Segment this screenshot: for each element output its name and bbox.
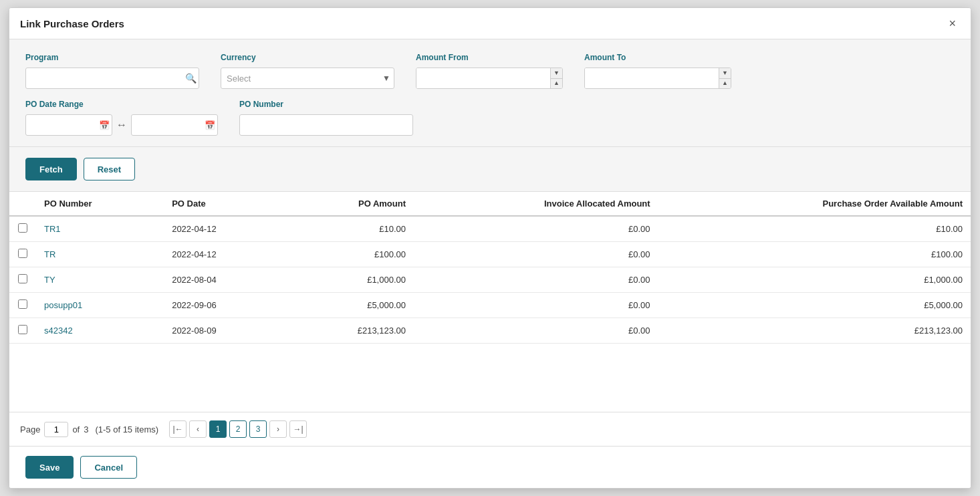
table-body: TR1 2022-04-12 £10.00 £0.00 £10.00 TR 20… xyxy=(9,216,971,344)
row-invoice-allocated-3: £0.00 xyxy=(414,293,658,318)
col-header-po-date: PO Date xyxy=(164,192,285,216)
row-checkbox-cell-3 xyxy=(9,293,36,318)
amount-to-label: Amount To xyxy=(584,53,731,62)
row-po-date-4: 2022-08-09 xyxy=(164,318,285,344)
row-available-amount-2: £1,000.00 xyxy=(658,267,971,293)
cancel-button[interactable]: Cancel xyxy=(80,456,137,479)
date-to-calendar-icon[interactable]: 📅 xyxy=(205,120,215,130)
last-page-btn[interactable]: →| xyxy=(289,420,307,438)
row-po-amount-1: £100.00 xyxy=(285,242,414,267)
save-button[interactable]: Save xyxy=(25,456,74,479)
row-po-number-3: posupp01 xyxy=(36,293,164,318)
row-available-amount-0: £10.00 xyxy=(658,216,971,242)
row-checkbox-1[interactable] xyxy=(18,249,27,258)
row-checkbox-cell-1 xyxy=(9,242,36,267)
row-invoice-allocated-1: £0.00 xyxy=(414,242,658,267)
row-invoice-allocated-2: £0.00 xyxy=(414,267,658,293)
row-checkbox-2[interactable] xyxy=(18,274,27,283)
row-available-amount-1: £100.00 xyxy=(658,242,971,267)
row-po-date-2: 2022-08-04 xyxy=(164,267,285,293)
col-header-checkbox xyxy=(9,192,36,216)
row-po-date-1: 2022-04-12 xyxy=(164,242,285,267)
amount-from-down-btn[interactable]: ▼ xyxy=(551,68,562,78)
po-date-range-field-group: PO Date Range 📅 ↔ 📅 xyxy=(25,100,218,136)
row-po-number-1: TR xyxy=(36,242,164,267)
row-available-amount-4: £213,123.00 xyxy=(658,318,971,344)
table-row: posupp01 2022-09-06 £5,000.00 £0.00 £5,0… xyxy=(9,293,971,318)
amount-from-spinner: ▼ ▲ xyxy=(416,68,563,89)
amount-to-down-btn[interactable]: ▼ xyxy=(719,68,731,78)
link-purchase-orders-dialog: Link Purchase Orders × Program 🔍 Currenc… xyxy=(9,7,971,489)
date-from-wrap: 📅 xyxy=(25,114,112,136)
row-po-amount-4: £213,123.00 xyxy=(285,318,414,344)
row-invoice-allocated-0: £0.00 xyxy=(414,216,658,242)
po-number-input[interactable] xyxy=(239,114,413,136)
fetch-button[interactable]: Fetch xyxy=(25,158,77,180)
row-po-number-0: TR1 xyxy=(36,216,164,242)
page-1-btn[interactable]: 1 xyxy=(209,420,227,438)
amount-from-up-btn[interactable]: ▲ xyxy=(551,78,562,89)
table-row: TY 2022-08-04 £1,000.00 £0.00 £1,000.00 xyxy=(9,267,971,293)
program-input-wrapper: 🔍 xyxy=(25,68,199,89)
date-from-calendar-icon[interactable]: 📅 xyxy=(99,120,110,130)
prev-page-btn[interactable]: ‹ xyxy=(189,420,207,438)
row-invoice-allocated-4: £0.00 xyxy=(414,318,658,344)
amount-to-spinner: ▼ ▲ xyxy=(584,68,731,89)
page-label: Page xyxy=(20,424,40,435)
amount-to-spinner-btns: ▼ ▲ xyxy=(719,68,731,88)
program-search-icon[interactable]: 🔍 xyxy=(185,73,197,84)
next-page-btn[interactable]: › xyxy=(269,420,287,438)
program-field-group: Program 🔍 xyxy=(25,53,199,89)
dialog-footer: Save Cancel xyxy=(9,446,971,488)
col-header-available-amount: Purchase Order Available Amount xyxy=(658,192,971,216)
action-button-row: Fetch Reset xyxy=(9,147,971,192)
close-button[interactable]: × xyxy=(945,16,960,31)
po-number-label: PO Number xyxy=(239,100,413,109)
pagination-summary: (1-5 of 15 items) xyxy=(95,424,158,435)
amount-to-up-btn[interactable]: ▲ xyxy=(719,78,731,89)
table-row: TR 2022-04-12 £100.00 £0.00 £100.00 xyxy=(9,242,971,267)
amount-to-field-group: Amount To ▼ ▲ xyxy=(584,53,731,89)
row-checkbox-cell-2 xyxy=(9,267,36,293)
amount-from-field-group: Amount From ▼ ▲ xyxy=(416,53,563,89)
amount-to-input[interactable] xyxy=(585,68,719,88)
currency-select[interactable]: Select xyxy=(221,68,394,89)
date-range-wrapper: 📅 ↔ 📅 xyxy=(25,114,218,136)
date-to-wrap: 📅 xyxy=(131,114,218,136)
reset-button[interactable]: Reset xyxy=(84,158,135,180)
row-checkbox-4[interactable] xyxy=(18,325,27,334)
total-pages: 3 xyxy=(84,424,88,435)
row-po-amount-2: £1,000.00 xyxy=(285,267,414,293)
amount-from-input[interactable] xyxy=(416,68,550,88)
dialog-title: Link Purchase Orders xyxy=(20,18,124,29)
row-checkbox-3[interactable] xyxy=(18,299,27,309)
row-po-amount-0: £10.00 xyxy=(285,216,414,242)
date-range-separator: ↔ xyxy=(116,119,127,131)
first-page-btn[interactable]: |← xyxy=(169,420,187,438)
dialog-body: Program 🔍 Currency Select ▼ xyxy=(9,39,971,446)
row-checkbox-cell-0 xyxy=(9,216,36,242)
row-po-amount-3: £5,000.00 xyxy=(285,293,414,318)
of-label: of xyxy=(72,424,80,435)
col-header-po-number: PO Number xyxy=(36,192,164,216)
page-input[interactable] xyxy=(44,422,68,437)
amount-from-spinner-btns: ▼ ▲ xyxy=(550,68,562,88)
row-po-date-3: 2022-09-06 xyxy=(164,293,285,318)
filter-section: Program 🔍 Currency Select ▼ xyxy=(9,39,971,147)
page-3-btn[interactable]: 3 xyxy=(249,420,267,438)
col-header-invoice-allocated: Invoice Allocated Amount xyxy=(414,192,658,216)
table-row: TR1 2022-04-12 £10.00 £0.00 £10.00 xyxy=(9,216,971,242)
filter-row-2: PO Date Range 📅 ↔ 📅 xyxy=(25,100,955,136)
program-input[interactable] xyxy=(25,68,199,89)
currency-field-group: Currency Select ▼ xyxy=(221,53,394,89)
table-section: PO Number PO Date PO Amount Invoice Allo… xyxy=(9,192,971,412)
row-checkbox-0[interactable] xyxy=(18,223,27,233)
po-date-range-label: PO Date Range xyxy=(25,100,218,109)
page-2-btn[interactable]: 2 xyxy=(229,420,247,438)
program-label: Program xyxy=(25,53,199,62)
row-po-number-2: TY xyxy=(36,267,164,293)
dialog-header: Link Purchase Orders × xyxy=(9,8,971,39)
currency-label: Currency xyxy=(221,53,394,62)
table-header: PO Number PO Date PO Amount Invoice Allo… xyxy=(9,192,971,216)
row-po-date-0: 2022-04-12 xyxy=(164,216,285,242)
